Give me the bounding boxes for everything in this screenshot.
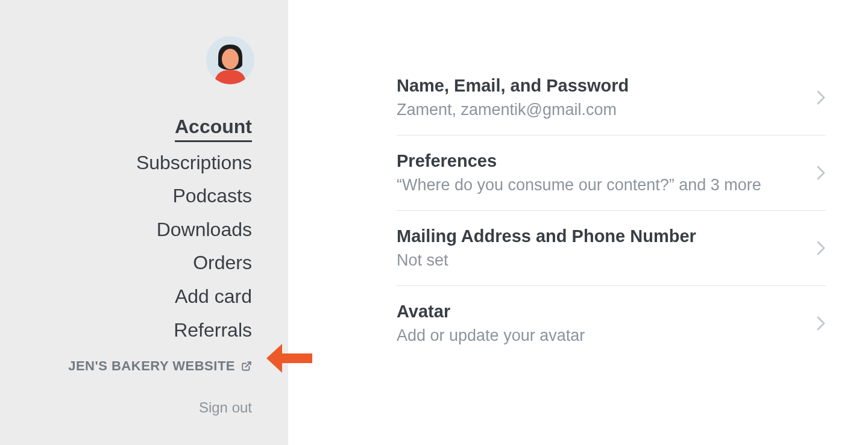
settings-list: Name, Email, and Password Zament, zament… [397, 60, 826, 361]
settings-item-mailing-address[interactable]: Mailing Address and Phone Number Not set [397, 211, 826, 286]
external-link-label: JEN'S BAKERY WEBSITE [68, 358, 235, 374]
settings-item-subtitle: Zament, zamentik@gmail.com [397, 101, 629, 119]
sidebar-item-account[interactable]: Account [175, 114, 252, 142]
sidebar-nav: Account Subscriptions Podcasts Downloads… [68, 114, 252, 374]
external-link-icon [241, 361, 252, 372]
sidebar-item-subscriptions[interactable]: Subscriptions [136, 151, 252, 176]
settings-item-subtitle: Not set [397, 251, 696, 270]
settings-item-text: Mailing Address and Phone Number Not set [397, 226, 696, 270]
settings-item-title: Name, Email, and Password [397, 76, 629, 96]
svg-line-2 [246, 362, 251, 367]
chevron-right-icon [816, 165, 826, 181]
settings-item-title: Mailing Address and Phone Number [397, 226, 696, 246]
avatar-illustration-icon [206, 36, 254, 84]
sidebar-item-orders[interactable]: Orders [193, 251, 252, 276]
settings-item-avatar[interactable]: Avatar Add or update your avatar [397, 286, 826, 361]
settings-item-title: Avatar [397, 302, 585, 322]
settings-item-name-email-password[interactable]: Name, Email, and Password Zament, zament… [397, 60, 826, 135]
settings-item-subtitle: “Where do you consume our content?” and … [397, 176, 761, 194]
sidebar-item-add-card[interactable]: Add card [175, 284, 252, 310]
sidebar: Account Subscriptions Podcasts Downloads… [0, 0, 288, 445]
chevron-right-icon [816, 90, 826, 105]
svg-point-1 [222, 49, 239, 69]
settings-item-text: Name, Email, and Password Zament, zament… [397, 76, 629, 119]
sign-out-link[interactable]: Sign out [199, 399, 252, 416]
settings-item-subtitle: Add or update your avatar [397, 326, 585, 345]
sidebar-item-downloads[interactable]: Downloads [157, 217, 252, 243]
settings-item-preferences[interactable]: Preferences “Where do you consume our co… [397, 135, 826, 211]
sidebar-item-referrals[interactable]: Referrals [174, 318, 252, 343]
settings-item-text: Avatar Add or update your avatar [397, 302, 585, 345]
chevron-right-icon [816, 240, 826, 256]
callout-arrow-icon [265, 340, 313, 376]
sidebar-external-link[interactable]: JEN'S BAKERY WEBSITE [68, 358, 252, 374]
settings-item-text: Preferences “Where do you consume our co… [397, 151, 761, 194]
main-content: Name, Email, and Password Zament, zament… [288, 0, 868, 445]
settings-item-title: Preferences [397, 151, 761, 171]
chevron-right-icon [816, 316, 826, 331]
avatar[interactable] [206, 36, 254, 84]
sidebar-item-podcasts[interactable]: Podcasts [172, 184, 252, 209]
